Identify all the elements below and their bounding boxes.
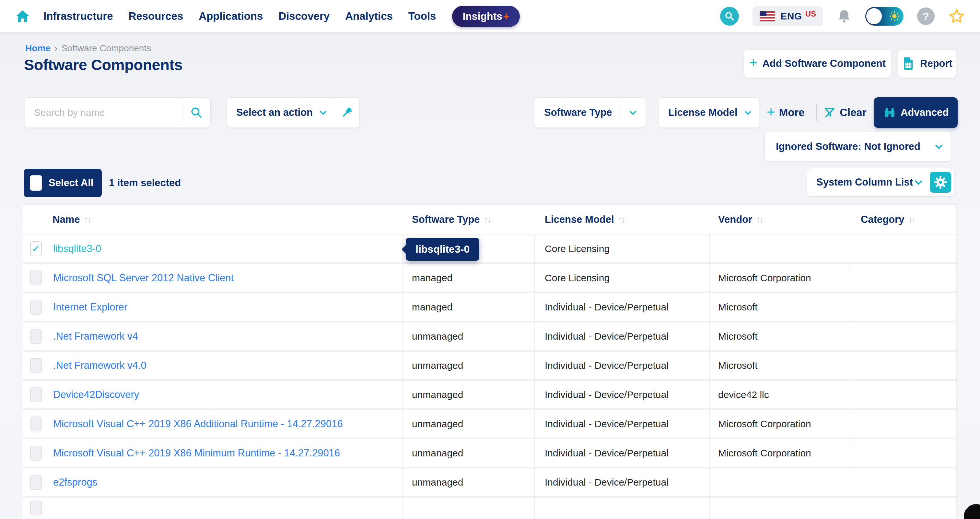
column-header-software-type[interactable]: Software Type↑↓ [403,214,535,225]
software-name-link[interactable]: Microsoft Visual C++ 2019 X86 Minimum Ru… [53,447,340,459]
table-row: Microsoft Visual C++ 2019 X86 Minimum Ru… [23,439,956,468]
column-header-vendor[interactable]: Vendor↑↓ [710,214,850,225]
software-type-cell: managed [403,293,535,321]
column-header-label: Name [52,214,80,225]
search-submit-button[interactable] [183,106,210,119]
row-checkbox[interactable] [30,270,42,286]
software-name-link[interactable]: e2fsprogs [53,476,97,488]
global-search-button[interactable] [720,7,739,26]
software-name-link[interactable]: libsqlite3-0 [53,243,101,255]
software-components-table: Name↑↓Software Type↑↓License Model↑↓Vend… [23,204,957,519]
row-checkbox[interactable] [30,446,42,461]
software-name-link[interactable]: Microsoft Visual C++ 2019 X86 Additional… [53,418,343,430]
nav-item-discovery[interactable]: Discovery [278,10,329,22]
row-checkbox[interactable] [30,387,42,402]
clear-filters-button[interactable]: Clear [824,97,867,128]
table-row: e2fsprogsunmanagedIndividual - Device/Pe… [23,468,956,498]
sort-icon: ↑↓ [618,215,625,225]
add-button-label: Add Software Component [762,58,886,69]
software-name-link[interactable]: Microsoft SQL Server 2012 Native Client [53,272,234,284]
column-header-license-model[interactable]: License Model↑↓ [535,214,710,225]
select-all-checkbox[interactable] [30,175,42,191]
nav-item-insights[interactable]: Insights+ [452,6,520,27]
selection-status: 1 item selected [109,169,181,197]
column-header-name[interactable]: Name↑↓ [23,214,403,225]
breadcrumb: Home › Software Components [25,43,151,54]
select-all-button[interactable]: Select All [24,169,102,197]
category-cell [850,439,956,467]
ignored-software-filter[interactable]: Ignored Software: Not Ignored [765,132,951,161]
more-filters-button[interactable]: + More [767,97,805,128]
chevron-down-icon [933,141,944,152]
vendor-cell: Microsoft Corporation [710,439,850,467]
row-checkbox[interactable]: ✓ [30,241,42,256]
nav-item-resources[interactable]: Resources [129,10,183,22]
license-model-cell: Individual - Device/Perpetual [535,351,710,379]
vendor-cell: Microsoft [710,293,850,321]
column-header-label: Vendor [718,214,752,225]
software-name-link[interactable]: Device42Discovery [53,389,139,401]
breadcrumb-home-link[interactable]: Home [25,43,51,54]
bell-icon [837,9,852,24]
language-code: ENG [780,11,802,22]
software-type-cell: unmanaged [403,468,535,496]
name-cell: .Net Framework v4 [23,323,403,350]
add-software-component-button[interactable]: + Add Software Component [744,49,891,78]
report-button[interactable]: Report [898,49,956,78]
favorites-button[interactable] [948,8,965,25]
table-row: ✓libsqlite3-0Core Licensing [23,235,956,264]
software-type-cell: unmanaged [403,351,535,379]
table-row: Internet ExplorermanagedIndividual - Dev… [23,293,956,323]
advanced-label: Advanced [900,107,948,118]
vendor-cell [710,468,850,496]
home-button[interactable] [15,8,30,24]
row-checkbox[interactable] [30,358,42,373]
column-list-dropdown[interactable]: System Column List [807,168,955,196]
nav-items: InfrastructureResourcesApplicationsDisco… [43,10,436,22]
toggle-knob [866,8,882,24]
row-checkbox[interactable] [30,329,42,344]
ignored-software-label: Ignored Software: Not Ignored [776,141,920,152]
chevron-down-icon [628,107,638,118]
table-row: Microsoft SQL Server 2012 Native Clientm… [23,264,956,293]
license-model-filter[interactable]: License Model [658,97,759,128]
select-action-dropdown[interactable]: Select an action [227,97,360,128]
license-model-cell [535,498,710,519]
software-type-cell [403,498,535,519]
sun-icon [889,10,900,23]
software-name-link[interactable]: .Net Framework v4.0 [53,360,146,371]
column-settings-button[interactable] [930,172,951,193]
breadcrumb-separator: › [54,43,57,54]
notifications-button[interactable] [837,9,852,24]
sort-icon: ↑↓ [908,215,915,225]
row-checkbox[interactable] [30,500,42,516]
row-checkbox[interactable] [30,417,42,431]
category-cell [850,323,956,350]
vendor-cell: device42 llc [710,381,850,409]
theme-toggle[interactable] [865,7,904,26]
column-list-label: System Column List [816,176,913,188]
help-button[interactable]: ? [917,8,935,25]
row-checkbox[interactable] [30,475,42,490]
row-checkbox[interactable] [30,300,42,315]
nav-item-tools[interactable]: Tools [408,10,436,22]
chevron-down-icon [743,107,753,118]
category-cell [850,498,956,519]
nav-item-applications[interactable]: Applications [199,10,263,22]
column-header-category[interactable]: Category↑↓ [850,214,956,225]
apply-action-button[interactable] [334,106,360,119]
software-name-link[interactable]: .Net Framework v4 [53,331,138,342]
nav-item-analytics[interactable]: Analytics [345,10,393,22]
column-header-label: License Model [545,214,614,225]
software-name-link[interactable]: Internet Explorer [53,301,127,313]
language-selector[interactable]: ENG US [752,6,823,26]
name-cell [23,498,403,519]
software-type-filter-label: Software Type [544,107,612,118]
software-type-filter[interactable]: Software Type [534,97,646,128]
clear-label: Clear [840,106,867,119]
search-input[interactable] [25,107,182,118]
more-label: More [779,106,805,119]
category-cell [850,351,956,379]
nav-item-infrastructure[interactable]: Infrastructure [43,10,113,22]
advanced-search-button[interactable]: Advanced [874,97,958,128]
